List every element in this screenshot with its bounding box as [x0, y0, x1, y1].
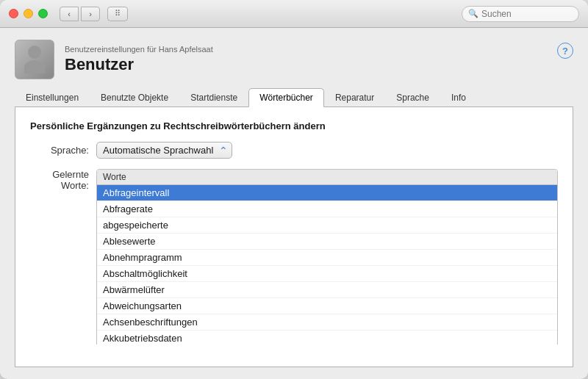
list-item[interactable]: Abnehmpragramm [97, 250, 557, 266]
main-window: ‹ › ⠿ 🔍 Benutzereinstellungen fü [0, 0, 588, 379]
close-button[interactable] [9, 9, 18, 18]
word-list-row: Gelernte Worte: Worte Abfrageintervall A… [30, 169, 558, 344]
list-item[interactable]: abgespeicherte [97, 217, 557, 234]
content-area: Benutzereinstellungen für Hans Apfelsaat… [0, 28, 588, 379]
avatar-body [24, 60, 45, 73]
language-select[interactable]: Automatische Sprachwahl [96, 142, 232, 159]
user-info: Benutzereinstellungen für Hans Apfelsaat… [65, 45, 213, 74]
tab-reparatur[interactable]: Reparatur [324, 88, 385, 107]
tab-benutzte-objekte[interactable]: Benutzte Objekte [90, 88, 179, 107]
language-label: Sprache: [30, 145, 89, 156]
list-item[interactable]: Abfrageintervall [97, 185, 557, 201]
avatar-area: Benutzereinstellungen für Hans Apfelsaat… [15, 40, 557, 79]
language-select-wrapper: Automatische Sprachwahl ⌃ [96, 142, 232, 159]
tab-startdienste[interactable]: Startdienste [179, 88, 248, 107]
list-item[interactable]: Akkubetriebsdaten [97, 331, 557, 344]
back-button[interactable]: ‹ [60, 7, 79, 21]
nav-buttons: ‹ › [60, 7, 100, 21]
forward-button[interactable]: › [81, 7, 100, 21]
word-list[interactable]: Worte Abfrageintervall Abfragerate abges… [96, 169, 558, 344]
language-row: Sprache: Automatische Sprachwahl ⌃ [30, 142, 558, 159]
search-input[interactable] [481, 9, 573, 19]
list-item[interactable]: Abfragerate [97, 201, 557, 217]
grid-button[interactable]: ⠿ [107, 7, 128, 21]
avatar [15, 40, 54, 79]
search-box[interactable]: 🔍 [462, 6, 579, 22]
minimize-button[interactable] [24, 9, 33, 18]
avatar-figure [24, 46, 45, 73]
user-subtitle: Benutzereinstellungen für Hans Apfelsaat [65, 45, 213, 54]
list-container: Worte Abfrageintervall Abfragerate abges… [96, 169, 558, 344]
word-list-header: Worte [97, 170, 557, 185]
list-item[interactable]: Ablesewerte [97, 234, 557, 250]
tab-info[interactable]: Info [440, 88, 477, 107]
header-row: Benutzereinstellungen für Hans Apfelsaat… [15, 40, 573, 79]
list-item[interactable]: Abwärmelüfter [97, 282, 557, 298]
list-item[interactable]: Abweichungsarten [97, 298, 557, 314]
titlebar: ‹ › ⠿ 🔍 [0, 0, 588, 28]
panel-title: Persönliche Ergänzungen zu Rechtschreibw… [30, 120, 558, 131]
search-icon: 🔍 [468, 9, 478, 18]
traffic-lights [9, 9, 48, 18]
maximize-button[interactable] [38, 9, 48, 18]
grid-icon: ⠿ [115, 9, 121, 18]
panel: Persönliche Ergänzungen zu Rechtschreibw… [15, 107, 573, 367]
tab-woerterbucher[interactable]: Wörterbücher [248, 88, 324, 107]
learned-words-label: Gelernte Worte: [30, 169, 89, 191]
tabs-row: Einstellungen Benutzte Objekte Startdien… [15, 88, 573, 107]
avatar-head [28, 46, 41, 59]
list-item[interactable]: Achsenbeschriftungen [97, 314, 557, 331]
help-button[interactable]: ? [557, 43, 573, 59]
tab-sprache[interactable]: Sprache [385, 88, 440, 107]
tab-einstellungen[interactable]: Einstellungen [15, 88, 90, 107]
list-item[interactable]: Abschaltmöglichkeit [97, 266, 557, 282]
user-title: Benutzer [65, 55, 213, 74]
